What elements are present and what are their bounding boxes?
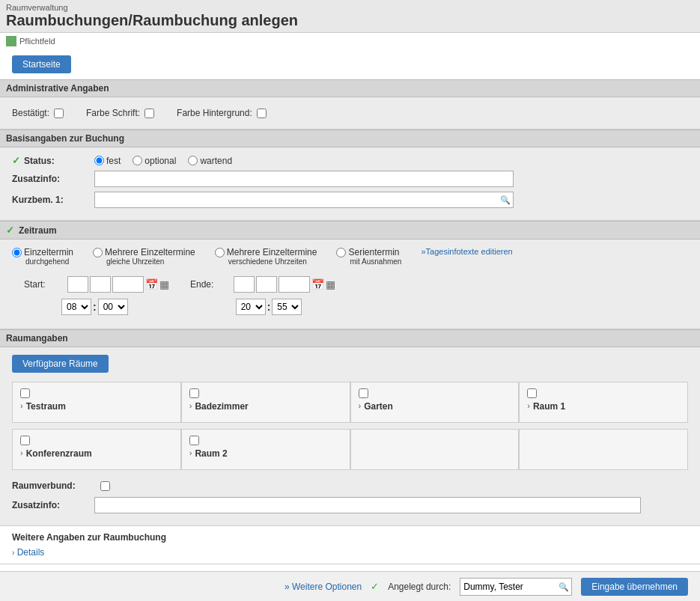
tagesinfotexte-link[interactable]: »Tagesinfotexte editieren (421, 247, 512, 256)
details-link[interactable]: › Details (12, 547, 44, 558)
end-hour-select[interactable]: 20 (236, 299, 266, 315)
zeitraum-radio-mehrere1[interactable] (93, 248, 103, 257)
angelegt-label: Angelegt durch: (388, 582, 451, 592)
status-wartend-label: wartend (200, 156, 232, 166)
room-arrow-konferenzraum: › (20, 448, 23, 457)
room-checkbox-badezimmer[interactable] (189, 388, 199, 398)
farbe-hintergrund-label: Farbe Hintergrund: (177, 108, 252, 118)
ende-label: Ende: (190, 279, 228, 290)
room-checkbox-raum2[interactable] (189, 436, 199, 445)
room-checkbox-raum1[interactable] (527, 388, 537, 398)
room-checkbox-garten[interactable] (359, 388, 368, 398)
status-option-optional[interactable]: optional (133, 156, 176, 166)
start-year[interactable] (112, 276, 144, 293)
app-name: Raumverwaltung (6, 3, 694, 12)
kurzbem-label: Kurzbem. 1: (12, 195, 64, 205)
start-cal-icon2[interactable]: ▦ (159, 278, 169, 290)
zeitraum-checkmark: ✓ (6, 225, 14, 236)
zeitraum-mehrere2-sub: verschiedene Uhrzeiten (215, 257, 317, 266)
status-fest-label: fest (106, 156, 121, 166)
bottom-bar: » Weitere Optionen ✓ Angelegt durch: 🔍 E… (0, 571, 700, 601)
zeitraum-option-mehrere1[interactable]: Mehrere Einzeltermine gleiche Uhrzeiten (93, 247, 195, 266)
room-arrow-raum2: › (189, 448, 192, 457)
start-label: Start: (24, 279, 61, 290)
zeitraum-mehrere2-label: Mehrere Einzeltermine (227, 247, 317, 257)
pflichtfeld-icon (6, 36, 16, 46)
zeitraum-einzeltermin-label: Einzeltermin (24, 247, 73, 257)
startseite-button[interactable]: Startseite (12, 55, 71, 73)
kurzbem-input[interactable] (94, 192, 514, 208)
zeitraum-serientermin-label: Serientermin (348, 247, 399, 257)
administrative-section-header: Administrative Angaben (0, 79, 700, 97)
start-hour-select[interactable]: 08 (61, 299, 91, 315)
end-day[interactable] (234, 276, 255, 293)
room-arrow-testraum: › (20, 401, 23, 410)
eingabe-uebernehmen-button[interactable]: Eingabe übernehmen (581, 578, 688, 596)
zeitraum-mehrere1-label: Mehrere Einzeltermine (105, 247, 195, 257)
farbe-schrift-checkbox[interactable] (144, 109, 154, 118)
details-label: Details (17, 547, 45, 558)
status-radio-wartend[interactable] (188, 156, 198, 165)
raumverbund-zusatzinfo-input[interactable] (94, 497, 641, 513)
room-name-badezimmer: Badezimmer (195, 401, 248, 412)
details-arrow-icon: › (12, 549, 14, 557)
room-cell-garten: › Garten (350, 382, 520, 423)
end-month[interactable] (256, 276, 277, 293)
room-name-raum2: Raum 2 (195, 448, 227, 459)
zusatzinfo-label: Zusatzinfo: (12, 174, 60, 184)
angelegt-search-icon: 🔍 (559, 582, 569, 591)
room-arrow-garten: › (359, 401, 362, 410)
zeitraum-option-einzeltermin[interactable]: Einzeltermin durchgehend (12, 247, 73, 266)
zeitraum-radio-mehrere2[interactable] (215, 248, 225, 257)
zeitraum-mehrere1-sub: gleiche Uhrzeiten (93, 257, 195, 266)
raumverbund-zusatzinfo-label: Zusatzinfo: (12, 500, 94, 510)
angelegt-checkmark: ✓ (371, 581, 379, 592)
farbe-hintergrund-checkbox[interactable] (257, 109, 267, 118)
room-arrow-badezimmer: › (189, 401, 192, 410)
room-cell-empty-2 (519, 429, 688, 470)
end-minute-select[interactable]: 55 (272, 299, 302, 315)
room-cell-empty-1 (350, 429, 520, 470)
weitere-angaben-title: Weitere Angaben zur Raumbuchung (12, 532, 688, 543)
weitere-optionen-link[interactable]: » Weitere Optionen (284, 582, 362, 592)
bestaetigt-label: Bestätigt: (12, 108, 49, 118)
room-checkbox-testraum[interactable] (20, 388, 30, 398)
zeitraum-section-header: ✓ Zeitraum (0, 221, 700, 240)
zusatzinfo-input[interactable] (94, 171, 514, 187)
room-cell-raum1: › Raum 1 (519, 382, 688, 423)
status-radio-fest[interactable] (94, 156, 104, 165)
verfuegbare-raeume-button[interactable]: Verfügbare Räume (12, 355, 109, 373)
zeitraum-option-serientermin[interactable]: Serientermin mit Ausnahmen (336, 247, 401, 266)
angelegt-input[interactable] (460, 578, 572, 596)
room-name-testraum: Testraum (26, 401, 66, 412)
room-cell-badezimmer: › Badezimmer (181, 382, 350, 423)
end-cal-icon[interactable]: 📅 (311, 278, 324, 290)
page-title: Raumbuchungen/Raumbuchung anlegen (6, 12, 694, 29)
room-arrow-raum1: › (527, 401, 530, 410)
raumangaben-section-header: Raumangaben (0, 329, 700, 347)
zeitraum-einzeltermin-sub: durchgehend (12, 257, 73, 266)
zeitraum-radio-serientermin[interactable] (336, 248, 346, 257)
status-radio-optional[interactable] (133, 156, 142, 165)
zeitraum-radio-einzeltermin[interactable] (12, 248, 22, 257)
room-checkbox-konferenzraum[interactable] (20, 436, 30, 445)
raumverbund-checkbox[interactable] (100, 481, 110, 491)
start-cal-icon[interactable]: 📅 (145, 278, 158, 290)
end-year[interactable] (279, 276, 310, 293)
zeitraum-serientermin-sub: mit Ausnahmen (336, 257, 401, 266)
start-minute-select[interactable]: 00 (98, 299, 128, 315)
zeitraum-option-mehrere2[interactable]: Mehrere Einzeltermine verschiedene Uhrze… (215, 247, 317, 266)
room-name-garten: Garten (364, 401, 393, 412)
end-cal-icon2[interactable]: ▦ (326, 278, 335, 290)
status-option-wartend[interactable]: wartend (188, 156, 232, 166)
time-colon-end: : (267, 301, 271, 313)
status-label: Status: (24, 156, 55, 166)
room-name-konferenzraum: Konferenzraum (26, 448, 92, 459)
bestaetigt-checkbox[interactable] (54, 109, 64, 118)
time-colon-start: : (93, 301, 97, 313)
status-option-fest[interactable]: fest (94, 156, 121, 166)
start-day[interactable] (67, 276, 88, 293)
status-checkmark: ✓ (12, 155, 20, 166)
start-month[interactable] (90, 276, 111, 293)
room-cell-raum2: › Raum 2 (181, 429, 350, 470)
